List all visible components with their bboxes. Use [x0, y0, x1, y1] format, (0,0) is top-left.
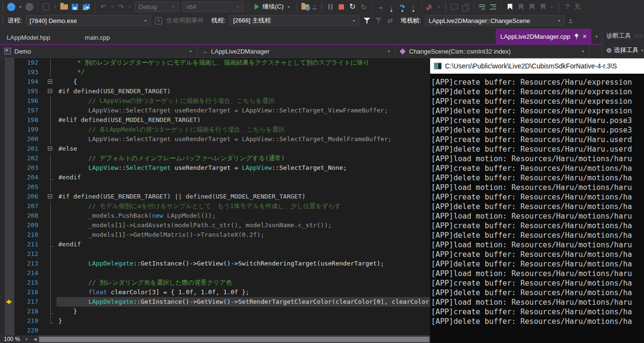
step-out-button[interactable]: ↑ [410, 1, 417, 12]
step-into-button[interactable]: ↓ [388, 1, 395, 12]
thread-combobox[interactable]: [2668] 主线程 ▼ [229, 15, 359, 26]
code-line[interactable]: 217 LAppDelegate::GetInstance()->GetView… [0, 297, 430, 307]
clear-filter-button[interactable] [375, 15, 382, 26]
code-line[interactable]: 201#else [0, 144, 430, 154]
line-breakpoint-margin[interactable] [0, 278, 14, 288]
type-dropdown[interactable]: → LAppLive2DManager ▼ [197, 45, 395, 57]
line-breakpoint-margin[interactable] [0, 249, 14, 259]
immediate-window-button[interactable] [462, 1, 469, 12]
code-line[interactable]: 202 // デフォルトのメインフレームバッファへレンダリングする(通常) [0, 154, 430, 163]
code-line[interactable]: 212 [0, 249, 430, 259]
line-breakpoint-margin[interactable] [0, 106, 14, 115]
code-line[interactable]: 208 _models.PushBack(new LAppModel()); [0, 211, 430, 221]
stop-debugging-button[interactable] [338, 1, 345, 12]
code-line[interactable]: 206#if defined(USE_RENDER_TARGET) || def… [0, 192, 430, 201]
code-line[interactable]: 214 [0, 268, 430, 278]
code-line[interactable]: 194 { [0, 77, 430, 87]
restart-button[interactable]: ↻ [349, 1, 356, 12]
code-line[interactable]: 203 LAppView::SelectTarget useRenderTarg… [0, 163, 430, 173]
new-breakpoint-window-button[interactable] [451, 1, 458, 12]
line-breakpoint-margin[interactable] [0, 87, 14, 96]
new-file-button[interactable] [43, 1, 50, 12]
scroll-left-arrow[interactable]: ◀ [32, 337, 38, 342]
stack-frame-combobox[interactable]: LAppLive2DManager::ChangeScene ▼ [425, 15, 565, 26]
process-combobox[interactable]: [7840] Demo.exe ▼ [26, 15, 151, 26]
attach-to-process-button[interactable] [301, 1, 309, 12]
fold-margin[interactable] [45, 87, 56, 96]
line-breakpoint-margin[interactable] [0, 297, 14, 307]
line-breakpoint-margin[interactable] [0, 58, 14, 67]
tab-list-dropdown[interactable]: ▼ [591, 29, 602, 44]
scrollbar-thumb[interactable] [39, 337, 429, 342]
new-file-dropdown[interactable]: ▼ [54, 5, 57, 9]
tab-lapplive2dmanager-cpp[interactable]: LAppLive2DManager.cpp × [496, 29, 591, 44]
lifecycle-events-button[interactable]: ↯ [155, 15, 163, 26]
horizontal-scrollbar[interactable] [38, 335, 430, 343]
navigate-back-dropdown[interactable]: ▼ [19, 5, 22, 9]
line-breakpoint-margin[interactable] [0, 154, 14, 163]
open-file-button[interactable] [60, 1, 68, 12]
feedback-button[interactable]: ? [564, 1, 571, 12]
toolbar-grip[interactable] [2, 2, 4, 11]
continue-button[interactable]: 继续(C) ▼ [253, 1, 292, 12]
line-breakpoint-margin[interactable] [0, 230, 14, 240]
select-tools-button[interactable]: ⚙ 选择工具 ▼ [606, 46, 644, 55]
code-line[interactable]: 197 LAppView::SelectTarget useRenderTarg… [0, 106, 430, 115]
output-window-button[interactable] [478, 1, 486, 12]
line-breakpoint-margin[interactable] [0, 144, 14, 154]
flag-threads-button[interactable]: ⇄ [386, 15, 394, 26]
attach-dropdown[interactable]: ▼ [312, 5, 317, 9]
previous-bookmark-button[interactable] [517, 1, 525, 12]
line-breakpoint-margin[interactable] [0, 125, 14, 134]
redo-button[interactable]: ↷ [117, 1, 125, 12]
zoom-level-dropdown[interactable]: 100 % ▼ [0, 336, 32, 343]
code-line[interactable]: 215 // 別レンダリング先を選択した際の背景クリア色 [0, 278, 430, 288]
break-all-button[interactable] [327, 1, 334, 12]
code-line[interactable]: 219} [0, 316, 430, 326]
delete-all-breakpoints-button[interactable]: ↯ [426, 1, 434, 12]
fold-margin[interactable] [45, 77, 56, 87]
solution-platform-combobox[interactable]: x64 ▼ [182, 1, 244, 12]
line-breakpoint-margin[interactable] [0, 67, 14, 77]
line-breakpoint-margin[interactable] [0, 240, 14, 249]
code-line[interactable]: 196 // LAppViewの持つターゲットに描画を行う場合、こちらを選択 [0, 96, 430, 106]
redo-dropdown[interactable]: ▼ [128, 5, 132, 9]
line-breakpoint-margin[interactable] [0, 115, 14, 125]
line-breakpoint-margin[interactable] [0, 163, 14, 173]
toggle-bookmark-button[interactable] [506, 1, 514, 12]
line-breakpoint-margin[interactable] [0, 268, 14, 278]
line-breakpoint-margin[interactable] [0, 316, 14, 326]
code-line[interactable]: 211#endif [0, 240, 430, 249]
solution-configuration-combobox[interactable]: Debug ▼ [135, 1, 179, 12]
breakpoints-dropdown[interactable]: ▼ [437, 5, 441, 9]
undo-dropdown[interactable]: ▼ [111, 5, 114, 9]
code-line[interactable]: 216 float clearColor[3] = { 1.0f, 1.0f, … [0, 288, 430, 297]
save-button[interactable] [71, 1, 79, 12]
clear-bookmarks-button[interactable] [539, 1, 547, 12]
hot-reload-button[interactable]: ↻ [360, 1, 367, 12]
next-bookmark-button[interactable] [528, 1, 536, 12]
panel-grip[interactable] [634, 34, 644, 38]
code-line[interactable]: 220 [0, 326, 430, 335]
member-dropdown[interactable]: ChangeScene(Csm::csmInt32 index) ▼ [395, 45, 589, 57]
line-breakpoint-margin[interactable] [0, 221, 14, 230]
code-line[interactable]: 199 // 各LAppModelの持つターゲットに描画を行う場合、こちらを選択 [0, 125, 430, 134]
run-to-cursor-button[interactable] [489, 1, 497, 12]
step-over-button[interactable]: ↷ [399, 1, 406, 12]
code-line[interactable]: 198#elif defined(USE_MODEL_RENDER_TARGET… [0, 115, 430, 125]
line-breakpoint-margin[interactable] [0, 326, 14, 335]
navigate-forward-button[interactable]: → [25, 1, 33, 12]
project-dropdown[interactable]: Demo ▼ [0, 45, 197, 57]
toolbar-overflow-button[interactable]: ▼ [568, 19, 573, 23]
tab-main-cpp[interactable]: main.cpp [80, 31, 115, 44]
undo-button[interactable]: ↶ [100, 1, 107, 12]
line-breakpoint-margin[interactable] [0, 192, 14, 201]
line-breakpoint-margin[interactable] [0, 173, 14, 182]
pin-icon[interactable] [574, 34, 579, 39]
navigate-back-button[interactable]: ← [7, 1, 15, 12]
line-breakpoint-margin[interactable] [0, 134, 14, 144]
console-title-bar[interactable]: C:\Users\Public\work\Live2D\CubismSdkFor… [430, 58, 644, 74]
bookmarks-dropdown[interactable]: ▼ [550, 5, 554, 9]
line-breakpoint-margin[interactable] [0, 77, 14, 87]
toolbar-grip[interactable] [2, 16, 4, 25]
